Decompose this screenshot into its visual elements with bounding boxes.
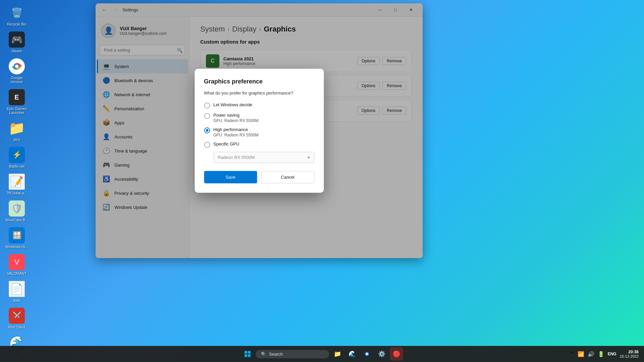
recycle-bin-icon[interactable]: 🗑️ Recycle Bin <box>3 3 30 27</box>
svg-rect-2 <box>245 351 247 354</box>
start-button[interactable] <box>241 347 254 361</box>
epic-games-icon[interactable]: E Epic Games Launcher <box>3 88 30 116</box>
steam-icon[interactable]: 🎮 Steam <box>3 30 30 54</box>
clock-date: 15-12-2022 <box>620 354 639 358</box>
misc-taskbar-button[interactable]: 🔴 <box>390 347 403 361</box>
taskbar-search[interactable]: 🔍 Search <box>256 350 329 358</box>
chevron-down-icon: ▾ <box>308 155 310 160</box>
gpu-dropdown-value: Radeon RX 5500M <box>218 155 255 160</box>
radio-option-specific-gpu[interactable]: Specific GPU <box>204 141 314 148</box>
radio-text-high-performance: High performance <box>213 127 259 132</box>
dialog-question: What do you prefer for graphics performa… <box>204 90 314 96</box>
file-explorer-button[interactable]: 📁 <box>331 347 344 361</box>
radio-text-specific-gpu: Specific GPU <box>213 141 239 146</box>
desktop: 🗑️ Recycle Bin 🎮 Steam Google chrome E E… <box>0 0 644 362</box>
valorant-icon[interactable]: V VALORANT <box>3 253 30 277</box>
radio-text-power-saving: Power saving <box>213 113 259 118</box>
svg-rect-4 <box>245 354 247 357</box>
gpu-dropdown[interactable]: Radeon RX 5500M ▾ <box>213 152 314 163</box>
taskbar: 🔍 Search 📁 🌊 ⚙️ 🔴 ⌃ 📶 🔊 🔋 ENG <box>0 346 644 362</box>
radio-sub-high-performance: GPU: Radeon RX 5500M <box>213 133 259 137</box>
desktop-icon-area: 🗑️ Recycle Bin 🎮 Steam Google chrome E E… <box>3 3 30 362</box>
radio-option-high-performance[interactable]: High performance GPU: Radeon RX 5500M <box>204 127 314 137</box>
radio-btn-specific-gpu[interactable] <box>204 142 210 148</box>
pics-folder-icon[interactable]: 📁 pics <box>3 119 30 143</box>
riot-client-icon[interactable]: ⚔️ Riot Client <box>3 306 30 330</box>
tray-network-icon[interactable]: 📶 <box>578 351 584 357</box>
battlenet-icon[interactable]: ⚡ Battle.net <box>3 145 30 170</box>
dialog-save-button[interactable]: Save <box>204 171 257 183</box>
wisecare-icon[interactable]: 🛡️ WiseCare.B... <box>3 199 30 223</box>
taskbar-search-label: Search <box>269 352 283 357</box>
edge-taskbar-button[interactable]: 🌊 <box>345 347 359 361</box>
taskbar-search-icon: 🔍 <box>261 352 266 357</box>
system-clock[interactable]: 20:36 15-12-2022 <box>620 350 639 358</box>
dialog-cancel-button[interactable]: Cancel <box>261 171 315 183</box>
radio-option-power-saving[interactable]: Power saving GPU: Radeon RX 5500M <box>204 113 314 123</box>
tray-battery-icon[interactable]: 🔋 <box>598 351 604 357</box>
system-tray: ⌃ 📶 🔊 🔋 ENG 20:36 15-12-2022 <box>570 350 639 358</box>
tray-chevron-icon[interactable]: ⌃ <box>570 351 574 357</box>
dialog-actions: Save Cancel <box>204 171 314 183</box>
svg-point-7 <box>366 353 368 355</box>
chrome-taskbar-button[interactable] <box>360 347 374 361</box>
svg-rect-5 <box>248 354 251 357</box>
google-chrome-icon[interactable]: Google chrome <box>3 57 30 85</box>
graphics-preference-dialog: Graphics preference What do you prefer f… <box>195 69 324 193</box>
radio-option-let-windows[interactable]: Let Windows decide <box>204 102 314 109</box>
dialog-title: Graphics preference <box>204 78 314 85</box>
windows-is-icon[interactable]: 🪟 Windows-IS... <box>3 226 30 250</box>
clock-time: 20:36 <box>620 350 639 354</box>
text-file-icon[interactable]: 📝 7f57e4af-a... <box>3 172 30 196</box>
radio-btn-power-saving[interactable] <box>204 113 210 119</box>
language-badge[interactable]: ENG <box>608 352 616 356</box>
radio-text-let-windows: Let Windows decide <box>213 102 252 107</box>
tray-sound-icon[interactable]: 🔊 <box>588 351 594 357</box>
svg-point-1 <box>15 65 18 68</box>
data-file-icon[interactable]: 📄 data <box>3 280 30 304</box>
radio-btn-let-windows[interactable] <box>204 103 210 109</box>
svg-rect-3 <box>248 351 251 354</box>
settings-taskbar-button[interactable]: ⚙️ <box>375 347 388 361</box>
radio-sub-power-saving: GPU: Radeon RX 5500M <box>213 118 259 123</box>
radio-btn-high-performance[interactable] <box>204 127 210 133</box>
settings-window: ← → Settings ─ □ ✕ 👤 Vizit Banger <box>96 3 423 258</box>
